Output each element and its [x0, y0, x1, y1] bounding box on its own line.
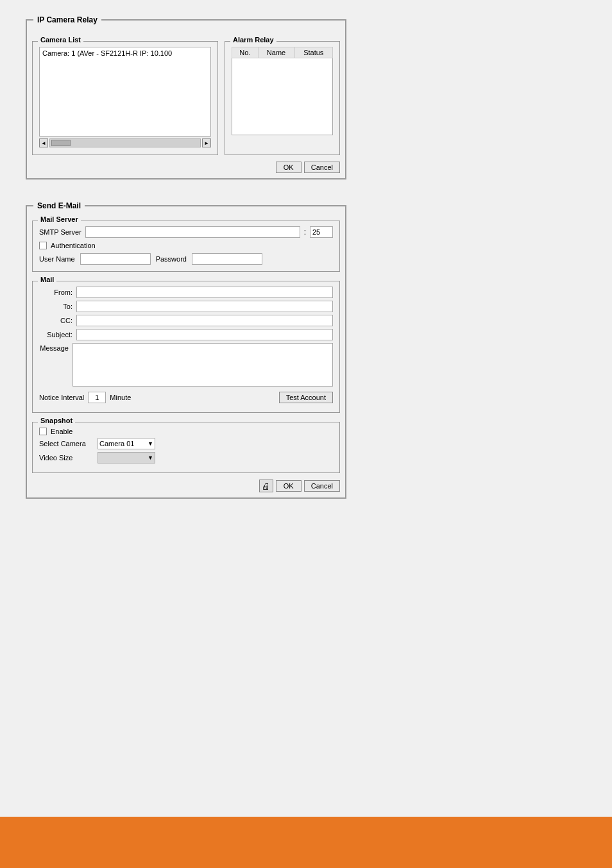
- orange-bar: [0, 817, 612, 868]
- mail-group: Mail From: To: CC: Subject: Message: [32, 281, 340, 413]
- auth-row: Authentication: [39, 242, 333, 249]
- enable-label: Enable: [51, 428, 72, 435]
- test-account-btn[interactable]: Test Account: [279, 392, 333, 403]
- user-name-label: User Name: [39, 255, 75, 263]
- subject-label: Subject:: [39, 331, 72, 338]
- to-label: To:: [39, 303, 72, 310]
- ip-relay-title: IP Camera Relay: [33, 14, 101, 26]
- scroll-right-btn[interactable]: ►: [202, 138, 211, 147]
- minute-label: Minute: [110, 394, 131, 401]
- horizontal-scrollbar: ◄ ►: [39, 138, 211, 148]
- mail-server-group: Mail Server SMTP Server : Authentication…: [32, 221, 340, 272]
- password-label: Password: [156, 255, 187, 263]
- from-row: From:: [39, 287, 333, 298]
- video-size-label: Video Size: [39, 454, 94, 462]
- port-input[interactable]: [310, 226, 333, 238]
- subject-input[interactable]: [76, 329, 333, 340]
- ip-relay-cancel-btn[interactable]: Cancel: [304, 162, 340, 173]
- enable-row: Enable: [39, 428, 333, 435]
- cc-input[interactable]: [76, 315, 333, 326]
- email-dialog: Send E-Mail Mail Server SMTP Server : Au…: [26, 205, 346, 499]
- alarm-relay-body: [232, 58, 333, 135]
- snapshot-group: Snapshot Enable Select Camera Camera 01 …: [32, 422, 340, 473]
- scroll-thumb[interactable]: [51, 140, 71, 146]
- camera-select-arrow: ▼: [148, 440, 153, 447]
- camera-list-item[interactable]: Camera: 1 (AVer - SF2121H-R IP: 10.100: [41, 49, 209, 58]
- alarm-relay-table: No. Name Status: [232, 47, 333, 58]
- col-status: Status: [294, 47, 332, 58]
- subject-row: Subject:: [39, 329, 333, 340]
- password-input[interactable]: [192, 253, 262, 265]
- printer-icon[interactable]: 🖨: [259, 480, 273, 492]
- video-size-row: Video Size ▼: [39, 452, 333, 463]
- video-size-select-arrow: ▼: [148, 455, 153, 461]
- cc-label: CC:: [39, 317, 72, 324]
- notice-interval-input[interactable]: [88, 392, 106, 403]
- notice-interval-label: Notice Interval: [39, 394, 84, 401]
- to-input[interactable]: [76, 301, 333, 312]
- colon: :: [304, 228, 306, 237]
- camera-list-group: Camera List Camera: 1 (AVer - SF2121H-R …: [32, 41, 218, 155]
- camera-select[interactable]: Camera 01 ▼: [98, 438, 155, 449]
- scroll-track[interactable]: [49, 138, 201, 147]
- select-camera-row: Select Camera Camera 01 ▼: [39, 438, 333, 449]
- mail-server-label: Mail Server: [38, 215, 81, 223]
- mail-group-label: Mail: [38, 276, 56, 283]
- cc-row: CC:: [39, 315, 333, 326]
- alarm-relay-group: Alarm Relay No. Name Status: [225, 41, 340, 155]
- camera-list-label: Camera List: [38, 36, 83, 44]
- camera-option: Camera 01: [99, 440, 134, 447]
- col-no: No.: [232, 47, 259, 58]
- enable-checkbox[interactable]: [39, 428, 47, 435]
- email-title: Send E-Mail: [33, 200, 85, 212]
- user-name-input[interactable]: [80, 253, 151, 265]
- select-camera-label: Select Camera: [39, 440, 94, 447]
- message-textarea[interactable]: [72, 343, 333, 387]
- ip-relay-ok-btn[interactable]: OK: [276, 162, 302, 173]
- smtp-label: SMTP Server: [39, 228, 81, 236]
- user-pass-row: User Name Password: [39, 253, 333, 265]
- message-label: Message: [39, 343, 69, 387]
- camera-list-box[interactable]: Camera: 1 (AVer - SF2121H-R IP: 10.100: [39, 47, 211, 137]
- email-cancel-btn[interactable]: Cancel: [304, 480, 340, 492]
- smtp-input[interactable]: [85, 226, 300, 238]
- alarm-relay-label: Alarm Relay: [230, 36, 276, 44]
- to-row: To:: [39, 301, 333, 312]
- notice-row: Notice Interval Minute Test Account: [39, 392, 333, 403]
- smtp-row: SMTP Server :: [39, 226, 333, 238]
- email-footer: 🖨 OK Cancel: [32, 480, 340, 492]
- col-name: Name: [258, 47, 294, 58]
- auth-checkbox[interactable]: [39, 242, 47, 249]
- video-size-select[interactable]: ▼: [98, 452, 155, 463]
- from-label: From:: [39, 288, 72, 296]
- ip-relay-dialog: IP Camera Relay Camera List Camera: 1 (A…: [26, 19, 346, 179]
- scroll-left-btn[interactable]: ◄: [39, 138, 48, 147]
- ip-relay-footer: OK Cancel: [32, 162, 340, 173]
- email-ok-btn[interactable]: OK: [276, 480, 302, 492]
- from-input[interactable]: [76, 287, 333, 298]
- snapshot-label: Snapshot: [38, 417, 75, 424]
- message-row: Message: [39, 343, 333, 387]
- auth-label: Authentication: [51, 242, 96, 249]
